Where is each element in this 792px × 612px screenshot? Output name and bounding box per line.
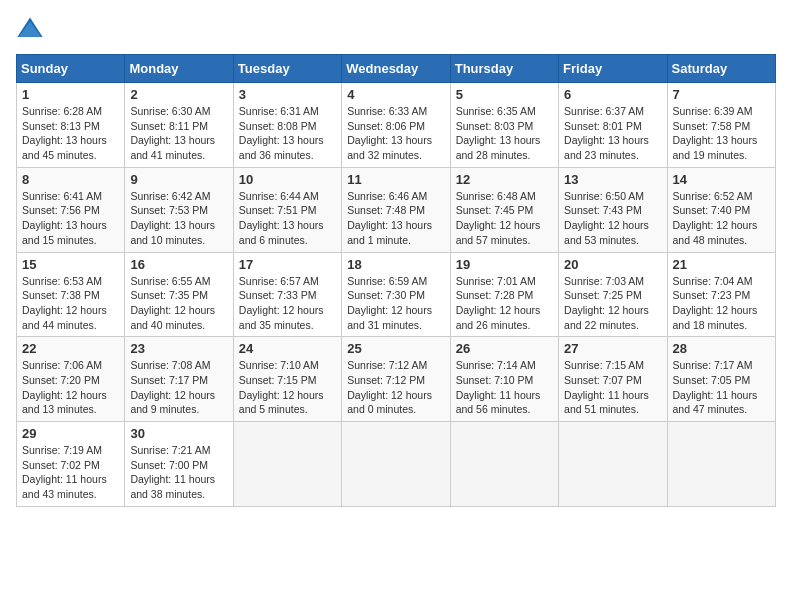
day-number: 3 — [239, 87, 336, 102]
calendar-table: SundayMondayTuesdayWednesdayThursdayFrid… — [16, 54, 776, 507]
day-info: Sunrise: 6:28 AM Sunset: 8:13 PM Dayligh… — [22, 104, 119, 163]
day-info: Sunrise: 6:41 AM Sunset: 7:56 PM Dayligh… — [22, 189, 119, 248]
day-info: Sunrise: 7:08 AM Sunset: 7:17 PM Dayligh… — [130, 358, 227, 417]
day-number: 27 — [564, 341, 661, 356]
calendar-cell: 20 Sunrise: 7:03 AM Sunset: 7:25 PM Dayl… — [559, 252, 667, 337]
day-info: Sunrise: 6:52 AM Sunset: 7:40 PM Dayligh… — [673, 189, 770, 248]
logo — [16, 16, 48, 44]
day-number: 28 — [673, 341, 770, 356]
day-number: 9 — [130, 172, 227, 187]
day-info: Sunrise: 7:19 AM Sunset: 7:02 PM Dayligh… — [22, 443, 119, 502]
calendar-week-row: 8 Sunrise: 6:41 AM Sunset: 7:56 PM Dayli… — [17, 167, 776, 252]
day-number: 1 — [22, 87, 119, 102]
calendar-cell: 30 Sunrise: 7:21 AM Sunset: 7:00 PM Dayl… — [125, 422, 233, 507]
day-number: 10 — [239, 172, 336, 187]
calendar-cell: 15 Sunrise: 6:53 AM Sunset: 7:38 PM Dayl… — [17, 252, 125, 337]
calendar-cell: 23 Sunrise: 7:08 AM Sunset: 7:17 PM Dayl… — [125, 337, 233, 422]
calendar-cell: 25 Sunrise: 7:12 AM Sunset: 7:12 PM Dayl… — [342, 337, 450, 422]
day-info: Sunrise: 6:30 AM Sunset: 8:11 PM Dayligh… — [130, 104, 227, 163]
day-info: Sunrise: 6:44 AM Sunset: 7:51 PM Dayligh… — [239, 189, 336, 248]
day-info: Sunrise: 7:04 AM Sunset: 7:23 PM Dayligh… — [673, 274, 770, 333]
day-number: 21 — [673, 257, 770, 272]
day-number: 8 — [22, 172, 119, 187]
day-header-monday: Monday — [125, 55, 233, 83]
calendar-cell: 1 Sunrise: 6:28 AM Sunset: 8:13 PM Dayli… — [17, 83, 125, 168]
day-header-wednesday: Wednesday — [342, 55, 450, 83]
calendar-cell: 19 Sunrise: 7:01 AM Sunset: 7:28 PM Dayl… — [450, 252, 558, 337]
page-header — [16, 16, 776, 44]
day-info: Sunrise: 6:55 AM Sunset: 7:35 PM Dayligh… — [130, 274, 227, 333]
calendar-cell — [450, 422, 558, 507]
day-info: Sunrise: 7:01 AM Sunset: 7:28 PM Dayligh… — [456, 274, 553, 333]
calendar-cell: 27 Sunrise: 7:15 AM Sunset: 7:07 PM Dayl… — [559, 337, 667, 422]
day-number: 7 — [673, 87, 770, 102]
calendar-cell: 9 Sunrise: 6:42 AM Sunset: 7:53 PM Dayli… — [125, 167, 233, 252]
day-number: 17 — [239, 257, 336, 272]
day-number: 4 — [347, 87, 444, 102]
day-number: 22 — [22, 341, 119, 356]
calendar-cell: 28 Sunrise: 7:17 AM Sunset: 7:05 PM Dayl… — [667, 337, 775, 422]
calendar-header-row: SundayMondayTuesdayWednesdayThursdayFrid… — [17, 55, 776, 83]
day-info: Sunrise: 7:03 AM Sunset: 7:25 PM Dayligh… — [564, 274, 661, 333]
calendar-cell: 26 Sunrise: 7:14 AM Sunset: 7:10 PM Dayl… — [450, 337, 558, 422]
day-info: Sunrise: 7:14 AM Sunset: 7:10 PM Dayligh… — [456, 358, 553, 417]
day-info: Sunrise: 6:53 AM Sunset: 7:38 PM Dayligh… — [22, 274, 119, 333]
day-info: Sunrise: 7:12 AM Sunset: 7:12 PM Dayligh… — [347, 358, 444, 417]
day-info: Sunrise: 7:17 AM Sunset: 7:05 PM Dayligh… — [673, 358, 770, 417]
calendar-cell: 7 Sunrise: 6:39 AM Sunset: 7:58 PM Dayli… — [667, 83, 775, 168]
day-header-thursday: Thursday — [450, 55, 558, 83]
calendar-cell: 29 Sunrise: 7:19 AM Sunset: 7:02 PM Dayl… — [17, 422, 125, 507]
calendar-cell — [342, 422, 450, 507]
calendar-cell: 12 Sunrise: 6:48 AM Sunset: 7:45 PM Dayl… — [450, 167, 558, 252]
calendar-cell: 13 Sunrise: 6:50 AM Sunset: 7:43 PM Dayl… — [559, 167, 667, 252]
day-number: 15 — [22, 257, 119, 272]
logo-icon — [16, 16, 44, 44]
day-info: Sunrise: 6:59 AM Sunset: 7:30 PM Dayligh… — [347, 274, 444, 333]
calendar-cell — [233, 422, 341, 507]
calendar-cell: 24 Sunrise: 7:10 AM Sunset: 7:15 PM Dayl… — [233, 337, 341, 422]
day-info: Sunrise: 7:21 AM Sunset: 7:00 PM Dayligh… — [130, 443, 227, 502]
day-info: Sunrise: 6:33 AM Sunset: 8:06 PM Dayligh… — [347, 104, 444, 163]
calendar-cell: 5 Sunrise: 6:35 AM Sunset: 8:03 PM Dayli… — [450, 83, 558, 168]
day-number: 2 — [130, 87, 227, 102]
day-header-saturday: Saturday — [667, 55, 775, 83]
calendar-cell: 2 Sunrise: 6:30 AM Sunset: 8:11 PM Dayli… — [125, 83, 233, 168]
day-number: 5 — [456, 87, 553, 102]
day-number: 19 — [456, 257, 553, 272]
day-number: 26 — [456, 341, 553, 356]
calendar-cell: 14 Sunrise: 6:52 AM Sunset: 7:40 PM Dayl… — [667, 167, 775, 252]
calendar-cell: 10 Sunrise: 6:44 AM Sunset: 7:51 PM Dayl… — [233, 167, 341, 252]
day-number: 25 — [347, 341, 444, 356]
day-number: 23 — [130, 341, 227, 356]
calendar-cell: 22 Sunrise: 7:06 AM Sunset: 7:20 PM Dayl… — [17, 337, 125, 422]
calendar-cell: 21 Sunrise: 7:04 AM Sunset: 7:23 PM Dayl… — [667, 252, 775, 337]
calendar-cell — [667, 422, 775, 507]
day-info: Sunrise: 6:57 AM Sunset: 7:33 PM Dayligh… — [239, 274, 336, 333]
day-info: Sunrise: 7:15 AM Sunset: 7:07 PM Dayligh… — [564, 358, 661, 417]
day-info: Sunrise: 6:46 AM Sunset: 7:48 PM Dayligh… — [347, 189, 444, 248]
calendar-cell: 4 Sunrise: 6:33 AM Sunset: 8:06 PM Dayli… — [342, 83, 450, 168]
day-header-sunday: Sunday — [17, 55, 125, 83]
calendar-week-row: 22 Sunrise: 7:06 AM Sunset: 7:20 PM Dayl… — [17, 337, 776, 422]
day-number: 14 — [673, 172, 770, 187]
day-info: Sunrise: 6:42 AM Sunset: 7:53 PM Dayligh… — [130, 189, 227, 248]
day-info: Sunrise: 6:31 AM Sunset: 8:08 PM Dayligh… — [239, 104, 336, 163]
calendar-cell: 3 Sunrise: 6:31 AM Sunset: 8:08 PM Dayli… — [233, 83, 341, 168]
day-info: Sunrise: 7:06 AM Sunset: 7:20 PM Dayligh… — [22, 358, 119, 417]
calendar-cell: 17 Sunrise: 6:57 AM Sunset: 7:33 PM Dayl… — [233, 252, 341, 337]
day-info: Sunrise: 6:50 AM Sunset: 7:43 PM Dayligh… — [564, 189, 661, 248]
day-number: 6 — [564, 87, 661, 102]
day-number: 20 — [564, 257, 661, 272]
svg-marker-1 — [19, 22, 41, 37]
calendar-cell: 6 Sunrise: 6:37 AM Sunset: 8:01 PM Dayli… — [559, 83, 667, 168]
calendar-week-row: 29 Sunrise: 7:19 AM Sunset: 7:02 PM Dayl… — [17, 422, 776, 507]
day-info: Sunrise: 6:35 AM Sunset: 8:03 PM Dayligh… — [456, 104, 553, 163]
day-number: 30 — [130, 426, 227, 441]
calendar-week-row: 1 Sunrise: 6:28 AM Sunset: 8:13 PM Dayli… — [17, 83, 776, 168]
calendar-cell: 11 Sunrise: 6:46 AM Sunset: 7:48 PM Dayl… — [342, 167, 450, 252]
day-number: 24 — [239, 341, 336, 356]
calendar-cell: 16 Sunrise: 6:55 AM Sunset: 7:35 PM Dayl… — [125, 252, 233, 337]
calendar-cell: 8 Sunrise: 6:41 AM Sunset: 7:56 PM Dayli… — [17, 167, 125, 252]
calendar-cell: 18 Sunrise: 6:59 AM Sunset: 7:30 PM Dayl… — [342, 252, 450, 337]
day-info: Sunrise: 7:10 AM Sunset: 7:15 PM Dayligh… — [239, 358, 336, 417]
